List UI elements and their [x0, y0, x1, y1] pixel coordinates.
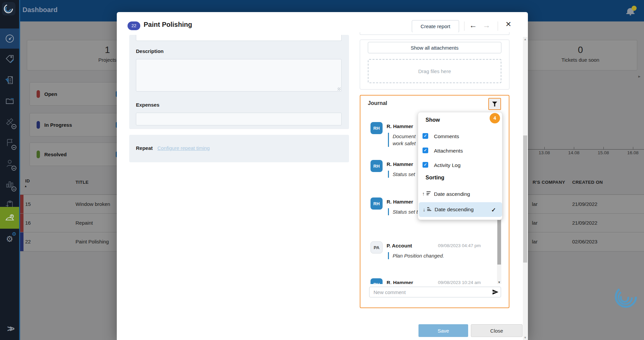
comments-checkbox[interactable]: ✓: [423, 133, 428, 139]
sidebar-expand-button[interactable]: >>: [0, 324, 19, 334]
resize-handle[interactable]: [338, 88, 341, 91]
sidebar-item-files[interactable]: [0, 91, 19, 111]
description-textarea[interactable]: [136, 59, 342, 92]
entry-author: R. Hammer: [387, 123, 413, 129]
entry-timestamp: 09/08/2023 04:47 pm: [438, 243, 481, 248]
scroll-up-icon[interactable]: ▲: [523, 38, 528, 41]
sort-option-date-ascending[interactable]: ↑ Date ascending: [418, 188, 502, 200]
avatar: RH: [370, 122, 383, 134]
disabled-minus-icon: [11, 145, 16, 150]
entry-timestamp: 09/08/2023 10:24 am: [438, 280, 481, 284]
notification-indicator-dot: [632, 6, 637, 11]
close-icon[interactable]: ×: [503, 19, 514, 30]
file-dropzone[interactable]: Drag files here: [368, 59, 501, 83]
scrolled-field-partial: [136, 35, 342, 41]
show-section-label: Show: [426, 117, 440, 123]
disabled-minus-icon: [11, 124, 16, 129]
save-button[interactable]: Save: [418, 324, 468, 337]
sidebar-item-milestones-disabled: [0, 132, 19, 153]
sidebar-item-site-active[interactable]: [0, 207, 19, 229]
next-ticket-icon: →: [483, 21, 490, 30]
journal-filter-button[interactable]: [488, 98, 501, 110]
sidebar-item-people-disabled: [0, 153, 19, 173]
show-all-attachments-button[interactable]: Show all attachments: [368, 42, 501, 53]
create-report-button[interactable]: Create report: [412, 20, 459, 33]
journal-title: Journal: [368, 100, 387, 106]
option-label: Comments: [434, 133, 459, 139]
entry-author: P. Account: [387, 243, 412, 248]
sorting-section-label: Sorting: [426, 175, 444, 181]
close-button[interactable]: Close: [471, 324, 523, 337]
gauge-icon: [5, 34, 15, 44]
modal-scrollbar[interactable]: ▲ ▼: [523, 37, 528, 340]
sidebar-item-tags[interactable]: [0, 49, 19, 69]
app-logo[interactable]: [2, 2, 15, 15]
modal-scrollbar-thumb[interactable]: [523, 135, 527, 263]
ticket-title: Paint Polishing: [144, 21, 192, 29]
tag-icon: [5, 55, 14, 64]
disabled-minus-icon: [11, 186, 16, 191]
attachments-checkbox[interactable]: ✓: [423, 148, 428, 153]
filter-option-activity-log[interactable]: ✓ Activity Log: [418, 159, 502, 171]
brand-watermark-logo: [614, 285, 638, 308]
header-divider: [464, 21, 464, 31]
sort-descending-icon: ↓: [423, 207, 432, 213]
details-panel: Description Expenses: [129, 35, 349, 129]
ticket-id-badge: 22: [128, 21, 140, 30]
scroll-down-icon[interactable]: ▼: [523, 336, 528, 339]
sidebar-navigation: ⚙ ⚙ >>: [0, 0, 20, 340]
option-label: Attachments: [434, 148, 463, 154]
header-divider: [498, 21, 498, 31]
entry-author: R. Hammer: [387, 280, 413, 284]
selected-check-icon: ✓: [491, 207, 496, 214]
sidebar-item-reports-disabled: [0, 174, 19, 194]
hard-hat-upload-icon: [4, 213, 15, 223]
sidebar-item-measurements-disabled: [0, 112, 19, 132]
send-comment-icon[interactable]: [492, 289, 499, 295]
disabled-minus-icon: [11, 166, 16, 171]
configure-repeat-link[interactable]: Configure repeat timing: [157, 145, 210, 151]
entry-text-line: Status set: [393, 171, 415, 178]
avatar: RH: [370, 160, 383, 172]
repeat-label: Repeat: [136, 145, 153, 151]
activity-log-checkbox[interactable]: ✓: [423, 162, 428, 168]
page-title: Dashboard: [22, 6, 57, 14]
sidebar-item-work-orders[interactable]: [0, 70, 19, 90]
avatar: RH: [370, 278, 383, 284]
filter-option-comments[interactable]: ✓ Comments: [418, 130, 502, 142]
sidebar-item-dashboard[interactable]: [0, 29, 19, 49]
description-label: Description: [136, 48, 164, 54]
option-label: Activity Log: [434, 162, 460, 168]
scrolled-button-partial: [360, 32, 509, 35]
repeat-panel: Repeat Configure repeat timing: [129, 135, 349, 162]
entry-text-line: Plan Position changed.: [393, 252, 444, 259]
expenses-label: Expenses: [136, 102, 159, 108]
attachments-panel: Show all attachments Drag files here: [360, 40, 509, 90]
entry-text: Status set: [388, 171, 415, 178]
document-hammer-icon: [5, 75, 14, 85]
entry-text-line: Document: [393, 133, 415, 140]
sort-option-date-descending-selected[interactable]: ↓ Date descending ✓: [419, 202, 502, 217]
scroll-down-icon[interactable]: ▼: [497, 281, 501, 284]
option-label: Date descending: [435, 207, 474, 213]
option-label: Date ascending: [434, 191, 470, 197]
entry-author: R. Hammer: [387, 161, 413, 167]
folder-icon: [5, 96, 14, 106]
journal-filter-dropdown: Show ✓ Comments ✓ Attachments ✓ Activity…: [418, 112, 502, 220]
previous-ticket-icon[interactable]: ←: [469, 21, 477, 30]
expenses-input[interactable]: [136, 113, 342, 125]
sidebar-item-settings[interactable]: ⚙ ⚙: [0, 229, 19, 249]
gear-small-icon: ⚙: [12, 231, 16, 237]
entry-text-line: work safet: [393, 140, 415, 147]
filter-option-attachments[interactable]: ✓ Attachments: [418, 145, 502, 156]
new-comment-input[interactable]: [369, 287, 501, 297]
sort-ascending-icon: ↑: [422, 191, 431, 197]
avatar: RH: [370, 197, 383, 210]
entry-text: Plan Position changed.: [388, 252, 444, 259]
entry-text: Document work safet: [388, 133, 415, 147]
avatar: PA: [370, 241, 383, 253]
filter-count-badge: 4: [490, 113, 500, 123]
entry-author: R. Hammer: [387, 199, 413, 205]
filter-funnel-icon: [492, 102, 497, 107]
